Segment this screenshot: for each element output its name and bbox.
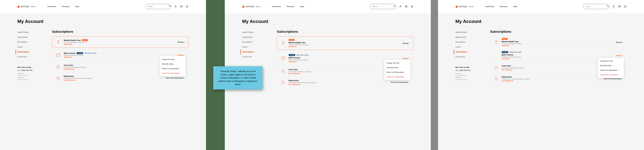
- nav-pharmacy[interactable]: Pharmacy: [62, 6, 70, 7]
- account-icon[interactable]: [174, 5, 177, 8]
- nav-shop[interactable]: Shop: [75, 6, 79, 7]
- search-field[interactable]: [586, 6, 606, 7]
- side-prescriptions[interactable]: Prescriptions: [17, 40, 44, 45]
- sub-price: $125/month: [502, 45, 614, 46]
- dd-cancel[interactable]: Cancel Your Subscription: [598, 73, 624, 77]
- dd-cancel[interactable]: Cancel Your Subscription: [384, 75, 410, 79]
- cart-icon[interactable]: [186, 5, 189, 8]
- side-subscriptions[interactable]: Subscriptions: [16, 49, 44, 54]
- search-field[interactable]: [372, 6, 392, 7]
- help-phone[interactable]: 1 (888) 445-8745: [455, 69, 482, 71]
- sub-name: Depression: [288, 79, 388, 81]
- mail-icon[interactable]: [180, 5, 183, 8]
- side-prescriptions[interactable]: Prescriptions: [455, 40, 482, 45]
- mail-icon[interactable]: [405, 5, 408, 8]
- dd-change-plan[interactable]: Change Your Plan: [384, 61, 410, 65]
- mail-icon[interactable]: [618, 5, 621, 8]
- search-icon[interactable]: [607, 5, 609, 8]
- dd-pause[interactable]: Pause Your Subscription: [598, 68, 624, 73]
- side-health[interactable]: Health Profiles: [242, 30, 268, 35]
- help-phone[interactable]: 1 (888) 445-8745: [17, 69, 44, 71]
- manage-button[interactable]: Manage⌄: [402, 57, 410, 59]
- svg-rect-10: [56, 54, 60, 57]
- annotation-callout: `Show My Orders` will take you to the `O…: [213, 66, 262, 89]
- side-appointments[interactable]: Appointments: [242, 35, 268, 40]
- phone-icon: [455, 69, 458, 71]
- arrow-right-icon: →: [409, 81, 410, 83]
- search-icon[interactable]: [169, 5, 171, 8]
- nav-virtual[interactable]: Virtual Care: [272, 6, 281, 7]
- dd-cancel[interactable]: Cancel Your Subscription: [160, 71, 186, 75]
- sub-price: from $100/month: [64, 79, 164, 81]
- side-health[interactable]: Health Profiles: [17, 30, 44, 35]
- dd-pause[interactable]: Pause Your Subscription: [160, 66, 186, 71]
- section-title: Subscriptions: [490, 30, 627, 34]
- search-input[interactable]: [370, 4, 396, 9]
- nav-virtual[interactable]: Virtual Care: [47, 6, 56, 7]
- side-appointments[interactable]: Appointments: [17, 35, 44, 40]
- side-account-info[interactable]: Account Info: [242, 54, 268, 59]
- search-input[interactable]: [145, 4, 171, 9]
- side-orders[interactable]: Orders: [455, 45, 482, 49]
- search-input[interactable]: [583, 4, 609, 9]
- sub-birth: Birth ControlPausedUNTIL JULY 10, 2021 P…: [52, 49, 189, 61]
- cart-icon[interactable]: [624, 5, 627, 8]
- nav-shop[interactable]: Shop: [300, 6, 304, 7]
- chevron-down-icon: ⌄: [409, 57, 410, 59]
- dd-show-orders[interactable]: Show My Orders: [160, 62, 186, 66]
- manage-button[interactable]: Manage⌄: [402, 42, 410, 44]
- start-subscription-link[interactable]: Start This Subscription→: [604, 78, 624, 79]
- logo[interactable]: ◆ OPTUM Store: [455, 4, 474, 8]
- dd-change-plan[interactable]: Change Your Plan: [598, 59, 624, 63]
- chevron-down-icon: ⌄: [622, 55, 624, 56]
- side-subscriptions[interactable]: Subscriptions: [454, 49, 482, 54]
- lightbulb-icon: [55, 39, 62, 45]
- cart-icon[interactable]: [410, 5, 414, 8]
- chevron-down-icon: ⌄: [622, 41, 624, 43]
- svg-line-22: [395, 6, 395, 7]
- side-health[interactable]: Health Profiles: [455, 30, 482, 35]
- badge-date: UNTIL JULY 10, 2021: [84, 52, 96, 54]
- side-appointments[interactable]: Appointments: [455, 35, 482, 40]
- side-prescriptions[interactable]: Prescriptions: [242, 40, 268, 45]
- svg-point-39: [283, 81, 284, 82]
- svg-point-2: [175, 6, 176, 6]
- sub-desc: Choose from Periodic Evaluation & Suppor…: [502, 78, 602, 80]
- badge-active: Active: [502, 38, 508, 40]
- nav-pharmacy[interactable]: Pharmacy: [287, 6, 294, 7]
- logo[interactable]: ◆ OPTUM Store: [242, 4, 260, 8]
- side-account-info[interactable]: Account Info: [17, 54, 44, 59]
- dd-show-orders[interactable]: Show My Orders: [384, 65, 410, 70]
- badge-paused: Paused: [502, 51, 508, 53]
- search-icon[interactable]: [394, 5, 396, 8]
- nav-shop[interactable]: Shop: [513, 6, 517, 7]
- lightbulb-icon: [280, 40, 286, 46]
- dd-change-plan[interactable]: Change Your Plan: [160, 57, 186, 62]
- side-orders[interactable]: Orders: [17, 45, 44, 49]
- logo[interactable]: ◆ OPTUM Store: [17, 4, 36, 8]
- svg-point-29: [282, 43, 284, 45]
- start-subscription-link[interactable]: Start This Subscription→: [391, 81, 410, 83]
- side-subscriptions[interactable]: Subscriptions: [240, 49, 268, 54]
- dd-pause[interactable]: Pause Your Subscription: [384, 70, 410, 75]
- nav-pharmacy[interactable]: Pharmacy: [500, 6, 508, 7]
- manage-button[interactable]: Manage⌄: [178, 41, 186, 43]
- section-title: Subscriptions: [52, 30, 189, 34]
- side-account-info[interactable]: Account Info: [455, 54, 482, 59]
- badge-active: Active: [82, 39, 88, 41]
- nav-virtual[interactable]: Virtual Care: [485, 6, 494, 7]
- side-orders[interactable]: Orders: [242, 45, 268, 49]
- account-icon[interactable]: [399, 5, 402, 8]
- start-subscription-link[interactable]: Start This Subscription→: [166, 77, 186, 79]
- manage-button[interactable]: Manage⌄: [616, 55, 624, 56]
- sidebar: Health Profiles Appointments Prescriptio…: [455, 30, 482, 85]
- people-icon: [493, 75, 499, 82]
- account-icon[interactable]: [612, 5, 615, 8]
- manage-button[interactable]: Manage⌄: [616, 41, 624, 43]
- manage-button[interactable]: Manage⌄: [178, 54, 186, 56]
- sub-price: $100/month: [64, 57, 176, 58]
- help-hours: Weekdays7 AM to 9 PM CST Weekends9 AM to…: [455, 73, 482, 80]
- sub-name: Mental Health Care: [64, 39, 81, 41]
- search-field[interactable]: [148, 6, 168, 7]
- dd-show-orders[interactable]: Show My Orders: [598, 63, 624, 68]
